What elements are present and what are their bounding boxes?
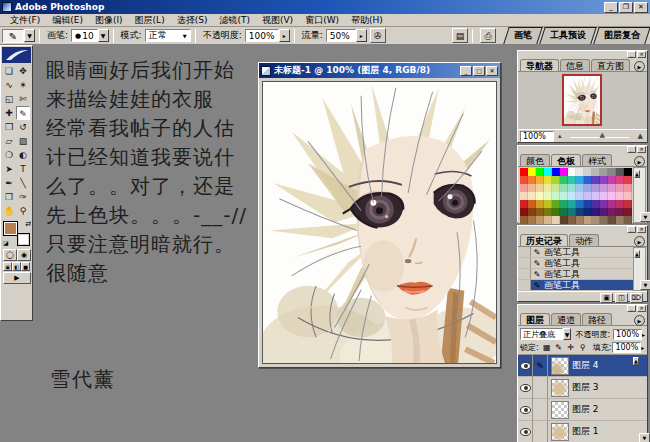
history-tab[interactable]: 动作 [569,234,599,246]
swatches-tab[interactable]: 颜色 [520,154,550,166]
screen-mode-standard[interactable]: ▣ [3,262,12,271]
blend-mode-arrow[interactable]: ▼ [563,328,572,340]
swatch[interactable] [600,216,608,224]
layer-link-well[interactable] [533,377,548,399]
swatch[interactable] [544,168,552,176]
swatch[interactable] [576,176,584,184]
swatch[interactable] [616,176,624,184]
swatch[interactable] [592,192,600,200]
scroll-down-icon[interactable]: ▼ [640,280,650,290]
swatch[interactable] [568,168,576,176]
swatch[interactable] [528,208,536,216]
toggle-palette-icon[interactable]: ⎙ [480,28,496,43]
panel-menu-icon[interactable]: ▶ [634,156,645,167]
swatch[interactable] [520,192,528,200]
dodge-tool[interactable]: ◐ [16,148,30,162]
swatch[interactable] [584,184,592,192]
scroll-down-icon[interactable]: ▼ [639,433,650,442]
zoom-in-icon[interactable]: ▲ [638,132,643,140]
swatch[interactable] [528,192,536,200]
panel-menu-icon[interactable]: ▶ [634,236,645,247]
history-step[interactable]: ✎ 画笔工具 [518,258,647,269]
swatch[interactable] [520,168,528,176]
navigator-tab[interactable]: 信息 [560,59,590,71]
screen-mode-menubar[interactable]: ◧ [12,262,21,271]
tool-preset-arrow[interactable]: ▼ [24,29,35,42]
swatch[interactable] [552,200,560,208]
swatch[interactable] [560,216,568,224]
layer-row[interactable]: 图层 2 [518,399,647,421]
menu-item[interactable]: 编辑(E) [46,14,89,27]
menu-item[interactable]: 窗口(W) [299,14,345,27]
swatch[interactable] [568,176,576,184]
brush-size-picker[interactable]: ● 10 [71,29,98,42]
swatch[interactable] [608,216,616,224]
scroll-up-icon[interactable]: ▲ [634,250,640,258]
swatch[interactable] [544,200,552,208]
fill-field[interactable]: 100% [612,342,641,353]
history-source-well[interactable] [518,247,531,257]
swatch[interactable] [600,192,608,200]
blend-mode-dropdown[interactable]: 正片叠底 [520,328,563,340]
swatch[interactable] [624,168,632,176]
notes-tool[interactable]: ❐ [2,190,16,204]
minimize-button[interactable]: _ [604,2,618,13]
swatch[interactable] [528,184,536,192]
swatch[interactable] [584,200,592,208]
lock-transparency-icon[interactable]: ▦ [542,343,552,352]
swatch[interactable] [584,216,592,224]
swatch[interactable] [544,208,552,216]
quickmask-mode-button[interactable]: ◉ [17,249,31,261]
scroll-down-icon[interactable]: ▼ [640,212,650,222]
path-selection-tool[interactable]: ➤ [2,162,16,176]
panel-menu-icon[interactable]: ▶ [634,61,645,72]
standard-mode-button[interactable]: ◯ [3,249,17,261]
swatch[interactable] [560,192,568,200]
panel-close-icon[interactable]: ✕ [637,51,646,58]
flow-slider-arrow[interactable]: ▸ [356,29,367,42]
swatch[interactable] [624,176,632,184]
blur-tool[interactable]: ❍ [2,148,16,162]
hand-tool[interactable]: ✋ [2,204,16,218]
swatch[interactable] [576,184,584,192]
swatch[interactable] [608,208,616,216]
navigator-tab[interactable]: 直方图 [591,59,630,71]
zoom-tool[interactable]: ⚲ [16,204,30,218]
tool-preset-picker[interactable]: ✎ [2,29,24,43]
slice-tool[interactable]: ✄ [16,92,30,106]
swatch[interactable] [624,208,632,216]
swatch[interactable] [592,176,600,184]
swatch[interactable] [536,200,544,208]
swatch[interactable] [520,216,528,224]
swatch[interactable] [560,208,568,216]
swatch[interactable] [568,184,576,192]
navigator-tab[interactable]: 导航器 [520,59,559,71]
swatch[interactable] [552,192,560,200]
layers-tab[interactable]: 通道 [551,313,581,325]
swatch[interactable] [608,176,616,184]
fill-popup-arrow[interactable]: ▸ [641,344,644,351]
mode-dropdown[interactable]: 正常 ▼ [145,29,191,42]
swatch[interactable] [608,192,616,200]
history-source-well[interactable] [518,280,531,290]
panel-minimize-icon[interactable]: _ [627,305,636,312]
magic-wand-tool[interactable]: ✶ [16,78,30,92]
lasso-tool[interactable]: ∿ [2,78,16,92]
eraser-tool[interactable]: ▱ [2,134,16,148]
swatch[interactable] [584,208,592,216]
swatch[interactable] [544,176,552,184]
panel-titlebar[interactable]: _ ✕ [518,51,647,59]
swatch[interactable] [536,216,544,224]
swatch[interactable] [624,184,632,192]
layers-tab[interactable]: 图层 [520,313,550,325]
layers-scrollbar[interactable]: ▲ ▼ [633,355,646,442]
panel-minimize-icon[interactable]: _ [627,51,636,58]
panel-close-icon[interactable]: ✕ [637,146,646,153]
opacity-popup-arrow[interactable]: ▸ [642,331,645,338]
swatch[interactable] [592,216,600,224]
layer-thumbnail[interactable] [551,423,569,441]
swatch[interactable] [560,200,568,208]
menu-item[interactable]: 文件(F) [4,14,46,27]
swatch[interactable] [608,168,616,176]
swatch[interactable] [544,184,552,192]
